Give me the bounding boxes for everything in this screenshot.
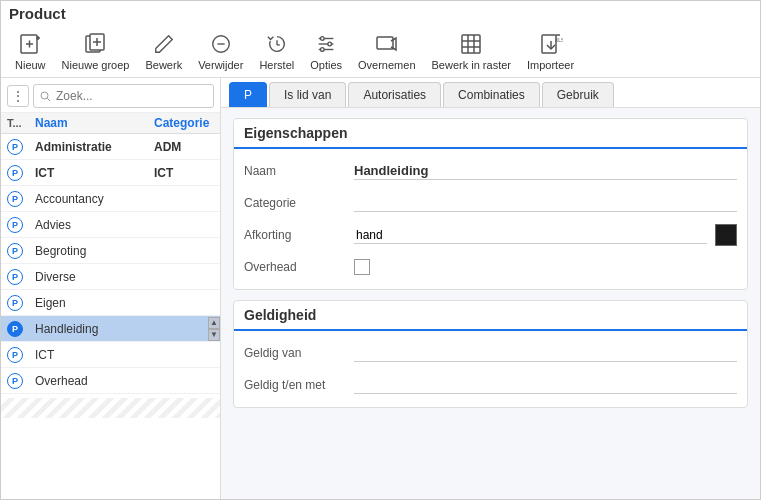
field-afkorting[interactable] — [354, 227, 707, 244]
main-area: ⋮ T... Naam Categorie P Administratie AD… — [1, 78, 760, 499]
toolbar-edit-grid-label: Bewerk in raster — [432, 59, 511, 71]
form-row-overhead: Overhead — [234, 251, 747, 283]
row-cat: ICT — [154, 166, 214, 180]
row-name: Advies — [35, 218, 154, 232]
title-bar: Product — [1, 1, 760, 24]
list-item[interactable]: P Overhead — [1, 368, 220, 394]
row-name: Eigen — [35, 296, 154, 310]
search-input[interactable] — [33, 84, 214, 108]
tab-combinaties[interactable]: Combinaties — [443, 82, 540, 107]
row-name: Accountancy — [35, 192, 154, 206]
tab-p[interactable]: P — [229, 82, 267, 107]
color-swatch[interactable] — [715, 224, 737, 246]
toolbar-new[interactable]: Nieuw — [9, 28, 52, 73]
svg-point-18 — [321, 48, 325, 52]
p-badge: P — [7, 243, 23, 259]
p-badge: P — [7, 321, 23, 337]
row-name: Begroting — [35, 244, 154, 258]
p-badge: P — [7, 191, 23, 207]
collapse-up-btn[interactable]: ▲ — [208, 317, 220, 329]
value-naam: Handleiding — [354, 163, 737, 180]
value-overhead — [354, 259, 737, 275]
section-geldigheid-header: Geldigheid — [234, 301, 747, 331]
list-item-handleiding[interactable]: P Handleiding ▲ ▼ — [1, 316, 220, 342]
row-name: Diverse — [35, 270, 154, 284]
p-badge: P — [7, 295, 23, 311]
tab-is-lid-van[interactable]: Is lid van — [269, 82, 346, 107]
section-geldigheid-title: Geldigheid — [244, 307, 316, 323]
label-categorie: Categorie — [244, 196, 354, 210]
list-item[interactable]: P ICT — [1, 342, 220, 368]
tab-gebruik[interactable]: Gebruik — [542, 82, 614, 107]
form-row-geldig-t-en-met: Geldig t/en met — [234, 369, 747, 401]
jagged-bottom — [1, 398, 220, 418]
row-name: Handleiding — [35, 322, 154, 336]
toolbar-edit-grid[interactable]: Bewerk in raster — [426, 28, 517, 73]
new-icon — [16, 30, 44, 58]
toolbar-delete-label: Verwijder — [198, 59, 243, 71]
value-geldig-t-en-met — [354, 377, 737, 394]
toolbar-delete[interactable]: Verwijder — [192, 28, 249, 73]
dots-button[interactable]: ⋮ — [7, 85, 29, 107]
field-categorie[interactable] — [354, 195, 737, 212]
svg-rect-25 — [542, 35, 556, 53]
svg-rect-19 — [377, 37, 393, 49]
restore-icon — [263, 30, 291, 58]
col-type-header: T... — [7, 117, 35, 129]
list-item[interactable]: P Advies — [1, 212, 220, 238]
edit-icon — [150, 30, 178, 58]
list-item[interactable]: P Begroting — [1, 238, 220, 264]
right-panel: P Is lid van Autorisaties Combinaties Ge… — [221, 78, 760, 499]
field-geldig-t-en-met[interactable] — [354, 377, 737, 394]
section-eigenschappen-header: Eigenschappen — [234, 119, 747, 149]
label-geldig-t-en-met: Geldig t/en met — [244, 378, 354, 392]
content-area: Eigenschappen Naam Handleiding Categori — [221, 108, 760, 499]
take-over-icon — [373, 30, 401, 58]
row-name: ICT — [35, 166, 154, 180]
row-name: Overhead — [35, 374, 154, 388]
toolbar-take-over[interactable]: Overnemen — [352, 28, 421, 73]
toolbar-edit[interactable]: Bewerk — [139, 28, 188, 73]
label-naam: Naam — [244, 164, 354, 178]
field-geldig-van[interactable] — [354, 345, 737, 362]
options-icon — [312, 30, 340, 58]
toolbar-options-label: Opties — [310, 59, 342, 71]
form-row-afkorting: Afkorting — [234, 219, 747, 251]
toolbar-take-over-label: Overnemen — [358, 59, 415, 71]
tab-autorisaties[interactable]: Autorisaties — [348, 82, 441, 107]
col-name-header: Naam — [35, 116, 154, 130]
row-name: ICT — [35, 348, 154, 362]
checkbox-overhead[interactable] — [354, 259, 370, 275]
list-item[interactable]: P ICT ICT — [1, 160, 220, 186]
form-row-geldig-van: Geldig van — [234, 337, 747, 369]
list-item[interactable]: P Eigen — [1, 290, 220, 316]
field-naam: Handleiding — [354, 163, 737, 180]
edit-grid-icon — [457, 30, 485, 58]
left-panel: ⋮ T... Naam Categorie P Administratie AD… — [1, 78, 221, 499]
svg-text:XLS: XLS — [555, 37, 563, 43]
list-item[interactable]: P Diverse — [1, 264, 220, 290]
value-afkorting — [354, 224, 737, 246]
list-item[interactable]: P Administratie ADM — [1, 134, 220, 160]
value-geldig-van — [354, 345, 737, 362]
section-eigenschappen-title: Eigenschappen — [244, 125, 347, 141]
value-categorie — [354, 195, 737, 212]
form-eigenschappen: Naam Handleiding Categorie — [234, 149, 747, 289]
form-row-naam: Naam Handleiding — [234, 155, 747, 187]
p-badge: P — [7, 165, 23, 181]
list-body: P Administratie ADM P ICT ICT P Accounta… — [1, 134, 220, 499]
app-title: Product — [9, 5, 752, 22]
section-eigenschappen: Eigenschappen Naam Handleiding Categori — [233, 118, 748, 290]
list-header: T... Naam Categorie — [1, 113, 220, 134]
toolbar-new-group[interactable]: Nieuwe groep — [56, 28, 136, 73]
list-item[interactable]: P Accountancy — [1, 186, 220, 212]
p-badge: P — [7, 373, 23, 389]
section-geldigheid: Geldigheid Geldig van Geldig t/en met — [233, 300, 748, 408]
tabs-bar: P Is lid van Autorisaties Combinaties Ge… — [221, 78, 760, 108]
toolbar-options[interactable]: Opties — [304, 28, 348, 73]
toolbar-import[interactable]: XLS Importeer — [521, 28, 580, 73]
collapse-arrows: ▲ ▼ — [208, 316, 220, 341]
row-name: Administratie — [35, 140, 154, 154]
collapse-down-btn[interactable]: ▼ — [208, 329, 220, 341]
toolbar-restore[interactable]: Herstel — [253, 28, 300, 73]
